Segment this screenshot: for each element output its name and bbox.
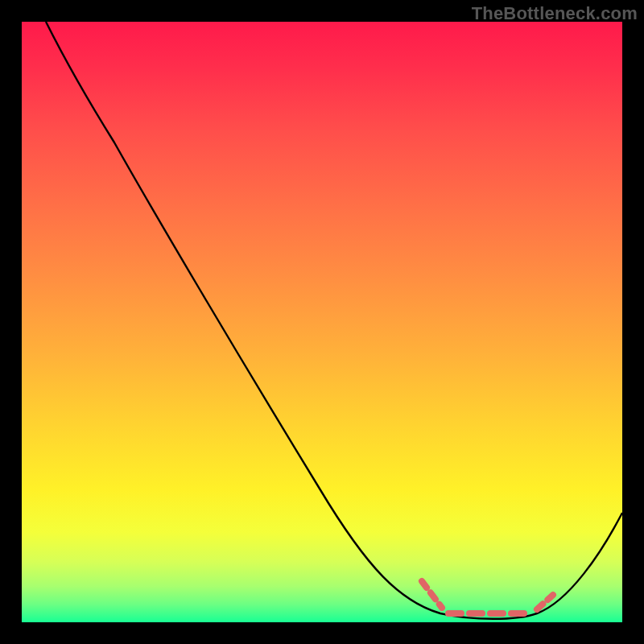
chart-svg <box>22 22 622 622</box>
chart-frame: TheBottleneck.com <box>0 0 644 644</box>
minimum-marker-left <box>422 581 442 608</box>
plot-area <box>22 22 622 622</box>
bottleneck-curve <box>46 22 622 619</box>
